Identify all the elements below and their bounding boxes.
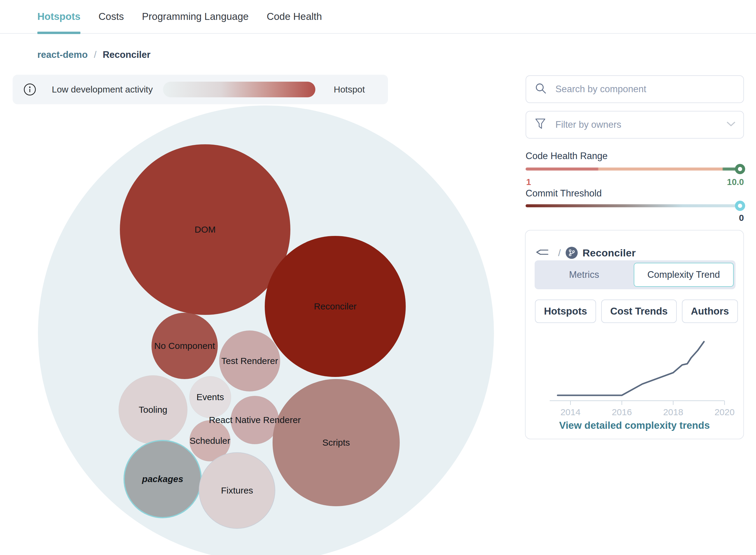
owners-filter-dropdown[interactable]: Filter by owners [526, 111, 744, 139]
page: { "nav": { "tabs": [ { "label": "Hotspot… [0, 0, 756, 555]
detail-card-header: / Reconciler [535, 246, 636, 259]
breadcrumb-repo-link[interactable]: react-demo [37, 49, 88, 60]
git-branch-icon [566, 247, 578, 259]
cost-trends-button[interactable]: Cost Trends [601, 299, 677, 323]
commit-threshold-slider-handle[interactable] [735, 201, 745, 211]
commit-threshold-value: 0 [739, 213, 744, 223]
bubble-label-fixtures: Fixtures [221, 485, 253, 495]
code-health-range-slider[interactable] [526, 168, 744, 171]
x-axis-tick-label-2016: 2016 [612, 407, 632, 416]
bubble-label-test-renderer: Test Renderer [221, 356, 278, 366]
tab-costs[interactable]: Costs [98, 0, 124, 34]
x-axis-tick-label-2014: 2014 [561, 407, 581, 416]
card-breadcrumb-separator: / [553, 247, 566, 258]
code-health-range-label: Code Health Range [526, 151, 608, 162]
legend-hotspot-label: Hotspot [334, 84, 365, 95]
commit-threshold-label: Commit Threshold [526, 188, 602, 199]
bubble-label-dom: DOM [194, 224, 216, 234]
complexity-trend-line [558, 342, 704, 395]
detail-card-actions: Hotspots Cost Trends Authors [535, 299, 738, 323]
bubble-label-no-component: No Component [154, 341, 215, 351]
authors-button[interactable]: Authors [682, 299, 738, 323]
breadcrumb-separator: / [90, 49, 100, 60]
activity-gradient-bar [163, 82, 315, 97]
search-input[interactable] [555, 84, 724, 95]
back-arrow-icon[interactable] [535, 247, 549, 259]
owners-filter-label: Filter by owners [555, 119, 621, 130]
component-detail-card: / Reconciler Metrics Complexity Trend Ho… [525, 230, 744, 439]
commit-threshold-slider[interactable] [526, 204, 744, 207]
bubble-label-packages: packages [142, 474, 183, 484]
code-health-min-value: 1 [526, 177, 531, 187]
x-axis-tick-label-2018: 2018 [663, 407, 683, 416]
tab-complexity-trend[interactable]: Complexity Trend [634, 263, 734, 287]
detail-card-tab-group: Metrics Complexity Trend [535, 260, 736, 289]
tab-metrics[interactable]: Metrics [535, 260, 634, 289]
code-health-max-value: 10.0 [727, 177, 744, 187]
hotspot-bubble-map: DOMReconcilerNo ComponentTest RendererEv… [0, 99, 512, 555]
legend-low-label: Low development activity [52, 84, 153, 95]
hotspots-button[interactable]: Hotspots [535, 299, 596, 323]
breadcrumb: react-demo / Reconciler [37, 49, 150, 60]
bubble-label-react-native-renderer: React Native Renderer [209, 415, 301, 425]
bubble-label-scripts: Scripts [322, 437, 350, 447]
top-navigation: Hotspots Costs Programming Language Code… [0, 0, 756, 34]
component-search-box [526, 75, 744, 103]
chevron-down-icon [726, 121, 736, 128]
x-axis-tick-label-2020: 2020 [714, 407, 735, 416]
code-health-slider-handle[interactable] [735, 164, 745, 174]
tab-hotspots[interactable]: Hotspots [37, 0, 80, 34]
bubble-label-reconciler: Reconciler [314, 301, 357, 311]
breadcrumb-current: Reconciler [103, 49, 150, 60]
info-icon[interactable] [24, 83, 36, 96]
view-complexity-trends-link[interactable]: View detailed complexity trends [526, 420, 743, 431]
tab-programming-language[interactable]: Programming Language [142, 0, 249, 34]
bubble-label-scheduler: Scheduler [189, 436, 230, 445]
complexity-trend-chart: 2014201620182020 [540, 326, 739, 416]
filter-funnel-icon [535, 118, 547, 132]
bubble-label-events: Events [196, 392, 224, 402]
bubble-label-tooling: Tooling [139, 404, 167, 415]
search-icon [535, 82, 547, 96]
tab-code-health[interactable]: Code Health [267, 0, 322, 34]
detail-card-title: Reconciler [582, 247, 636, 259]
